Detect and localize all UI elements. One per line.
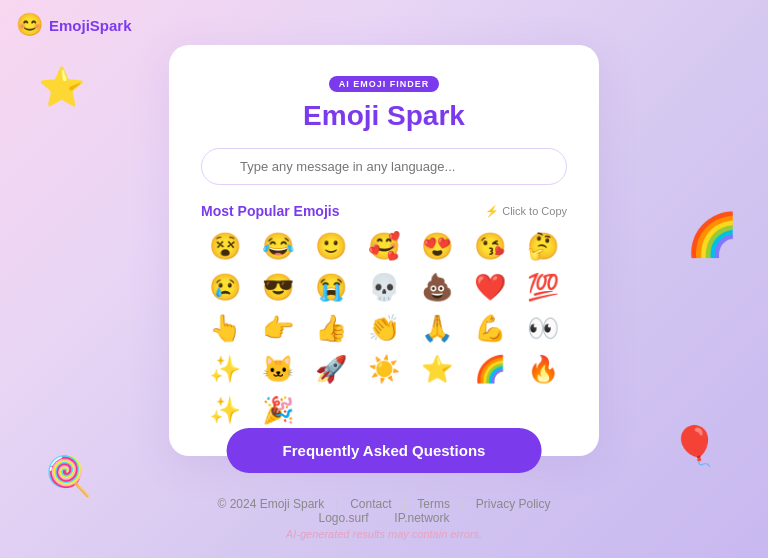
emoji-item[interactable]: ✨ xyxy=(201,352,248,387)
emoji-item[interactable]: ⭐ xyxy=(414,352,461,387)
search-wrapper: 🔍 xyxy=(201,148,567,185)
emoji-item[interactable]: 😘 xyxy=(467,229,514,264)
footer-copyright: © 2024 Emoji Spark xyxy=(217,497,324,511)
ai-badge: AI EMOJI FINDER xyxy=(201,73,567,100)
emoji-item[interactable]: 😂 xyxy=(254,229,301,264)
footer-links: © 2024 Emoji Spark | Contact | Terms | P… xyxy=(0,497,768,525)
emoji-item[interactable]: 👏 xyxy=(360,311,407,346)
emoji-item[interactable]: 💯 xyxy=(520,270,567,305)
copy-hint: ⚡ Click to Copy xyxy=(485,205,567,218)
deco-rainbow-icon: 🌈 xyxy=(686,210,738,259)
search-input[interactable] xyxy=(201,148,567,185)
emoji-item[interactable]: 👉 xyxy=(254,311,301,346)
emoji-item[interactable]: 😢 xyxy=(201,270,248,305)
section-header: Most Popular Emojis ⚡ Click to Copy xyxy=(201,203,567,219)
card-header: AI EMOJI FINDER Emoji Spark xyxy=(201,73,567,132)
emoji-item[interactable]: 🤔 xyxy=(520,229,567,264)
emoji-item[interactable]: 💀 xyxy=(360,270,407,305)
main-card: AI EMOJI FINDER Emoji Spark 🔍 Most Popul… xyxy=(169,45,599,456)
faq-button[interactable]: Frequently Asked Questions xyxy=(227,428,542,473)
emoji-item[interactable]: 🔥 xyxy=(520,352,567,387)
emoji-item[interactable]: ☀️ xyxy=(360,352,407,387)
emoji-item[interactable]: 🚀 xyxy=(307,352,354,387)
emoji-item[interactable]: 🎉 xyxy=(254,393,301,428)
emoji-item[interactable]: 💪 xyxy=(467,311,514,346)
emoji-item[interactable]: 😵 xyxy=(201,229,248,264)
emoji-item[interactable]: 😍 xyxy=(414,229,461,264)
emoji-item[interactable]: 🙂 xyxy=(307,229,354,264)
emoji-item[interactable]: 😎 xyxy=(254,270,301,305)
emoji-item[interactable]: 👍 xyxy=(307,311,354,346)
footer-logo-surf[interactable]: Logo.surf xyxy=(318,511,368,525)
emoji-item[interactable]: 🌈 xyxy=(467,352,514,387)
emoji-item[interactable]: 😭 xyxy=(307,270,354,305)
footer-disclaimer: AI-generated results may contain errors. xyxy=(0,528,768,540)
deco-lollipop-icon: 🍭 xyxy=(45,454,92,498)
section-title: Most Popular Emojis xyxy=(201,203,339,219)
card-title: Emoji Spark xyxy=(201,100,567,132)
footer-ip-network[interactable]: IP.network xyxy=(394,511,449,525)
deco-balloon-icon: 🎈 xyxy=(671,424,718,468)
emoji-item[interactable]: 👆 xyxy=(201,311,248,346)
footer: © 2024 Emoji Spark | Contact | Terms | P… xyxy=(0,497,768,540)
brand-name: EmojiSpark xyxy=(49,17,132,34)
footer-contact[interactable]: Contact xyxy=(350,497,391,511)
footer-terms[interactable]: Terms xyxy=(417,497,450,511)
emoji-item[interactable]: ❤️ xyxy=(467,270,514,305)
deco-star-icon: ⭐ xyxy=(38,65,85,109)
emoji-item[interactable]: ✨ xyxy=(201,393,248,428)
emoji-item[interactable]: 👀 xyxy=(520,311,567,346)
emoji-item[interactable]: 💩 xyxy=(414,270,461,305)
emoji-grid: 😵😂🙂🥰😍😘🤔😢😎😭💀💩❤️💯👆👉👍👏🙏💪👀✨🐱🚀☀️⭐🌈🔥✨🎉 xyxy=(201,229,567,428)
footer-privacy[interactable]: Privacy Policy xyxy=(476,497,551,511)
emoji-item[interactable]: 🙏 xyxy=(414,311,461,346)
header: 😊 EmojiSpark xyxy=(16,12,132,38)
brand-logo: 😊 xyxy=(16,12,43,38)
emoji-item[interactable]: 🥰 xyxy=(360,229,407,264)
emoji-item[interactable]: 🐱 xyxy=(254,352,301,387)
